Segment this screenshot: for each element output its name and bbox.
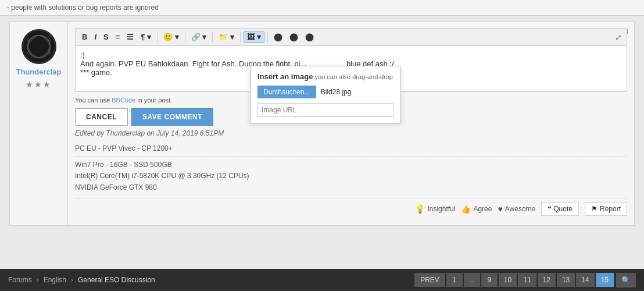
divider-1 [157, 32, 158, 42]
agree-label: Agree [473, 205, 492, 213]
editor-area[interactable]: :)And again. PVP EU Bahlokdaan. Fight fo… [75, 45, 627, 92]
agree-reaction[interactable]: 👍 Agree [461, 204, 492, 214]
page-13-button[interactable]: 13 [557, 273, 575, 287]
image-button[interactable]: 🖼 ▾ [244, 31, 264, 43]
link-button[interactable]: 🔗 ▾ [188, 31, 210, 42]
sig-line2: Win7 Pro - 16GB - SSD 500GB [75, 159, 627, 171]
footer-pagination: PREV 1 ... 9 10 11 12 13 14 15 🔍 [414, 273, 636, 288]
popup-title-main: Insert an image [257, 72, 313, 81]
insightful-icon: 💡 [415, 204, 425, 214]
page-10-button[interactable]: 10 [499, 273, 517, 287]
sig-line3: Intel(R) Core(TM) i7-5820K CPU @ 3.30GHz… [75, 171, 627, 182]
file-row: Durchsuchen... Bild28.jpg [257, 86, 393, 98]
main-content: Thunderclap ★★★ ⚙ #426 July 14 B I S ≡ ☰… [0, 16, 644, 226]
page-11-button[interactable]: 11 [518, 273, 536, 287]
chevron-right-icon-1: › [37, 276, 39, 284]
footer-forums-link[interactable]: Forums [8, 276, 32, 284]
align-center-button[interactable]: ⬤ [302, 31, 317, 42]
italic-button[interactable]: I [91, 31, 99, 42]
footer-english-link[interactable]: English [44, 276, 66, 284]
file-name: Bild28.jpg [321, 88, 352, 96]
align-right-button[interactable]: ⬤ [287, 31, 301, 42]
bbcode-link[interactable]: BBCode [112, 97, 135, 104]
quote-label: Quote [553, 205, 573, 213]
footer-discussion-label: General ESO Discussion [78, 276, 155, 284]
sig-divider [75, 157, 627, 157]
image-insert-popup: Insert an image you can also drag-and-dr… [250, 66, 401, 123]
page-14-button[interactable]: 14 [576, 273, 594, 287]
footer-bar: Forums › English › General ESO Discussio… [0, 269, 644, 291]
page-9-button[interactable]: 9 [481, 273, 498, 287]
file-button[interactable]: 📁 ▾ [216, 31, 237, 42]
report-button[interactable]: ⚑ Report [585, 202, 627, 216]
divider-2 [185, 32, 185, 42]
report-icon: ⚑ [591, 205, 598, 213]
chevron-right-icon-2: › [71, 276, 73, 284]
strikethrough-button[interactable]: S [101, 31, 112, 42]
unordered-list-button[interactable]: ☰ [124, 31, 137, 42]
quote-button[interactable]: ❝ Quote [541, 202, 579, 216]
username[interactable]: Thunderclap [16, 68, 61, 76]
image-url-input[interactable] [257, 103, 393, 117]
pagination-controls: PREV 1 ... 9 10 11 12 13 14 15 [414, 273, 614, 287]
divider-5 [267, 32, 268, 42]
expand-button[interactable]: ⤢ [615, 33, 622, 42]
top-bar-text: - people with solutions or bug reports a… [7, 3, 159, 12]
post-container: Thunderclap ★★★ ⚙ #426 July 14 B I S ≡ ☰… [9, 22, 635, 226]
reaction-bar: 💡 Insightful 👍 Agree ♥ Awesome ❝ Quote ⚑ [75, 198, 627, 219]
popup-title-sub: you can also drag-and-drop [314, 73, 393, 80]
page-1-button[interactable]: 1 [446, 273, 463, 287]
user-sidebar: Thunderclap ★★★ [10, 22, 68, 225]
sig-line1: PC EU - PVP Vivec - CP 1200+ [75, 143, 627, 154]
page-ellipsis-button[interactable]: ... [464, 273, 480, 287]
cancel-button[interactable]: CANCEL [75, 108, 128, 126]
ordered-list-button[interactable]: ≡ [113, 31, 123, 42]
paragraph-button[interactable]: ¶ ▾ [138, 31, 154, 42]
page-12-button[interactable]: 12 [538, 273, 556, 287]
agree-icon: 👍 [461, 204, 471, 214]
quote-icon: ❝ [548, 205, 551, 213]
awesome-icon: ♥ [498, 204, 502, 214]
avatar [22, 29, 56, 64]
align-left-button[interactable]: ⬤ [271, 31, 285, 42]
post-body: ⚙ #426 July 14 B I S ≡ ☰ ¶ ▾ 🙂 ▾ 🔗 ▾ 📁 ▾… [68, 22, 634, 225]
save-comment-button[interactable]: SAVE COMMENT [131, 108, 213, 126]
page-15-button[interactable]: 15 [596, 273, 614, 287]
footer-search-button[interactable]: 🔍 [616, 273, 636, 288]
bold-button[interactable]: B [79, 31, 90, 42]
insightful-label: Insightful [427, 205, 455, 213]
top-bar: - people with solutions or bug reports a… [0, 0, 644, 16]
signature-area: PC EU - PVP Vivec - CP 1200+ Win7 Pro - … [75, 143, 627, 193]
report-label: Report [600, 205, 621, 213]
user-stars: ★★★ [26, 80, 52, 89]
divider-4 [240, 32, 241, 42]
popup-title: Insert an image you can also drag-and-dr… [257, 72, 393, 81]
sig-line4: NVIDIA GeForce GTX 980 [75, 182, 627, 193]
awesome-label: Awesome [505, 205, 535, 213]
awesome-reaction[interactable]: ♥ Awesome [498, 204, 535, 214]
emoji-button[interactable]: 🙂 ▾ [160, 31, 182, 42]
prev-page-button[interactable]: PREV [414, 273, 445, 287]
divider-3 [212, 32, 213, 42]
editor-toolbar: B I S ≡ ☰ ¶ ▾ 🙂 ▾ 🔗 ▾ 📁 ▾ 🖼 ▾ ⬤ ⬤ ⬤ ⤢ [75, 28, 627, 45]
browse-button[interactable]: Durchsuchen... [257, 86, 316, 98]
insightful-reaction[interactable]: 💡 Insightful [415, 204, 455, 214]
edited-note: Edited by Thunderclap on July 14, 2019 6… [75, 129, 627, 137]
